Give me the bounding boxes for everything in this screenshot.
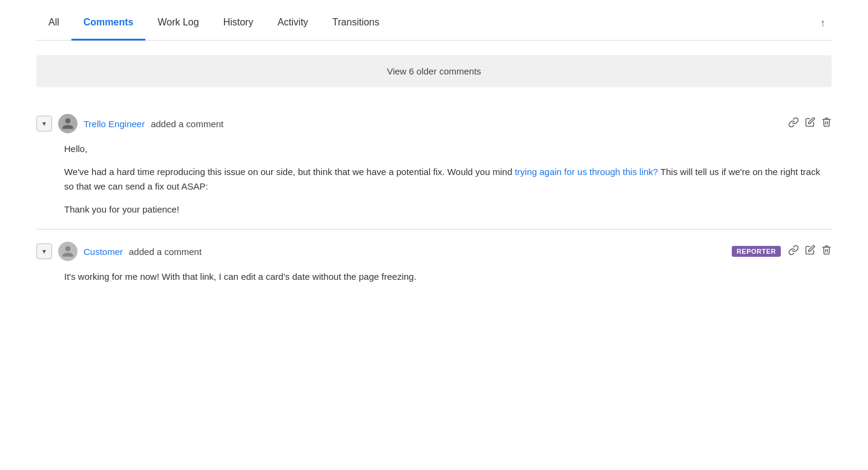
comment-header: ▾ Customer added a comment REPORTER [36, 242, 832, 261]
link-icon[interactable] [788, 245, 799, 259]
comment-paragraph: Hello, [64, 142, 832, 156]
comment-body: Hello, We've had a hard time reproducing… [36, 142, 832, 217]
collapse-button[interactable]: ▾ [36, 243, 52, 259]
tabs-bar: All Comments Work Log History Activity T… [36, 6, 832, 41]
action-icons-group [788, 117, 832, 131]
link-icon[interactable] [788, 117, 799, 131]
tab-history[interactable]: History [211, 6, 266, 41]
avatar [58, 114, 77, 133]
comment-author-section: ▾ Customer added a comment [36, 242, 202, 261]
delete-icon[interactable] [821, 117, 832, 130]
view-older-button[interactable]: View 6 older comments [36, 55, 832, 87]
comment-actions [788, 117, 832, 131]
tab-all[interactable]: All [36, 6, 71, 41]
comment-action: added a comment [151, 119, 223, 129]
comment-item: ▾ Trello Engineer added a comment [36, 102, 832, 230]
comment-item: ▾ Customer added a comment REPORTER [36, 230, 832, 296]
comment-action: added a comment [129, 247, 202, 257]
comment-author-link[interactable]: Customer [84, 247, 123, 257]
reporter-badge: REPORTER [732, 246, 781, 257]
delete-icon[interactable] [821, 245, 832, 258]
comment-header: ▾ Trello Engineer added a comment [36, 114, 832, 133]
scroll-up-icon[interactable]: ↑ [814, 11, 832, 36]
collapse-button[interactable]: ▾ [36, 116, 52, 131]
tab-transitions[interactable]: Transitions [320, 6, 392, 41]
comment-body: It's working for me now! With that link,… [36, 270, 832, 284]
tab-activity[interactable]: Activity [265, 6, 320, 41]
avatar [58, 242, 77, 261]
tab-worklog[interactable]: Work Log [145, 6, 211, 41]
edit-icon[interactable] [805, 117, 815, 130]
edit-icon[interactable] [805, 245, 815, 258]
tab-comments[interactable]: Comments [71, 6, 146, 41]
chevron-down-icon: ▾ [42, 247, 46, 256]
action-icons-group [788, 245, 832, 259]
comment-actions: REPORTER [732, 245, 832, 259]
chevron-down-icon: ▾ [42, 119, 46, 128]
comment-author-link[interactable]: Trello Engineer [84, 119, 145, 129]
comment-author-section: ▾ Trello Engineer added a comment [36, 114, 223, 133]
comment-inline-link[interactable]: trying again for us through this link? [515, 167, 658, 177]
comment-paragraph: Thank you for your patience! [64, 202, 832, 217]
comment-paragraph: We've had a hard time reproducing this i… [64, 165, 832, 194]
comment-paragraph: It's working for me now! With that link,… [64, 270, 832, 284]
